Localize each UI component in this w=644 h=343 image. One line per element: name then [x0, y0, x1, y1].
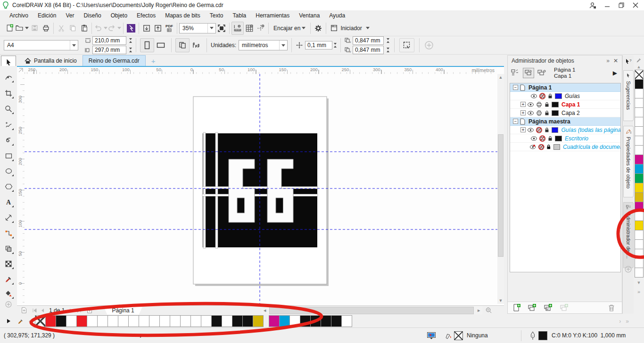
digit-6-second[interactable] [267, 159, 293, 222]
status-flyout-arrow[interactable] [140, 334, 143, 338]
search-content-button[interactable] [125, 22, 137, 34]
layer-manager-view-icon[interactable] [511, 69, 520, 77]
color-swatch[interactable] [635, 145, 644, 155]
previous-page-button[interactable] [41, 308, 44, 313]
nudge-spinner[interactable] [334, 43, 337, 48]
color-swatch[interactable] [635, 164, 644, 174]
color-swatch[interactable] [635, 220, 644, 230]
hscroll-right-arrow[interactable]: ► [476, 306, 482, 315]
color-swatch[interactable] [635, 107, 644, 117]
add-page-before-button[interactable] [21, 307, 27, 314]
color-swatch[interactable] [635, 268, 644, 278]
layer-color-chip[interactable] [553, 144, 560, 150]
page-height-field[interactable]: 297,0 mm [92, 46, 126, 54]
menu-herramientas[interactable]: Herramientas [251, 11, 294, 20]
tool-color-eyedropper[interactable] [3, 274, 14, 285]
current-page-layout-button[interactable] [190, 39, 203, 52]
layer-label[interactable]: Página 1 [528, 84, 552, 91]
duplicate-y-spinner[interactable] [387, 48, 389, 52]
tool-freehand[interactable] [3, 119, 14, 131]
layer-label[interactable]: Escritorio [565, 135, 588, 142]
menu-objeto[interactable]: Objeto [106, 11, 132, 20]
scroll-up-arrow[interactable]: ▲ [497, 74, 504, 81]
next-page-button[interactable] [69, 308, 73, 313]
layer-color-chip[interactable] [552, 110, 559, 116]
all-pages-layout-button[interactable] [175, 38, 190, 52]
menu-texto[interactable]: Texto [205, 11, 228, 20]
no-color-swatch[interactable] [635, 70, 644, 80]
visibility-eye-partial-icon[interactable] [529, 144, 536, 150]
palette-flyout-arrow[interactable] [7, 318, 11, 324]
canvas[interactable] [25, 74, 497, 304]
color-swatch[interactable] [222, 315, 232, 327]
color-swatch[interactable] [635, 230, 644, 240]
color-swatch[interactable] [76, 315, 87, 327]
color-swatch[interactable] [635, 249, 644, 259]
page-tab-pagina1[interactable]: Página 1 [103, 306, 142, 315]
visibility-eye-icon[interactable] [527, 127, 534, 133]
color-swatch[interactable] [635, 173, 644, 183]
layer-label[interactable]: Capa 2 [561, 110, 580, 116]
layer-label[interactable]: Cuadrícula de documen [563, 144, 620, 150]
color-swatch[interactable] [180, 315, 191, 327]
horizontal-scrollbar[interactable] [268, 306, 476, 315]
import-button[interactable] [141, 22, 152, 34]
toolbox-customize-button[interactable] [3, 299, 14, 310]
page-size-combo[interactable]: A4 [4, 40, 78, 50]
page-height-spinner[interactable] [129, 48, 132, 52]
cut-button[interactable] [56, 22, 67, 34]
first-page-button[interactable] [32, 308, 37, 313]
document-palette-eyedropper-icon[interactable] [17, 318, 24, 325]
lock-icon[interactable] [544, 101, 550, 107]
menu-archivo[interactable]: Archivo [5, 11, 33, 20]
redo-button[interactable] [107, 22, 121, 34]
docker-tab-sugerencias[interactable]: Sugerencias [623, 70, 634, 121]
vertical-scrollbar[interactable]: ▲ ▼ [497, 74, 504, 304]
minimize-button[interactable] [604, 2, 610, 8]
menu-mapas-de-bits[interactable]: Mapas de bits [160, 11, 205, 20]
tool-text[interactable]: A [3, 196, 14, 208]
tool-drop-shadow[interactable] [3, 243, 14, 254]
document-color-settings-icon[interactable] [427, 332, 436, 340]
tool-polygon[interactable] [3, 181, 14, 192]
layer-color-chip[interactable] [552, 102, 559, 107]
color-swatch[interactable] [253, 315, 264, 327]
lock-icon[interactable] [547, 135, 553, 141]
tree-row-guias-master[interactable]: + Guías (todas las página [510, 126, 620, 134]
color-swatch[interactable] [170, 315, 181, 327]
color-swatch[interactable] [635, 126, 644, 136]
nudge-distance-field[interactable]: 0,1 mm [305, 41, 332, 49]
maximize-button[interactable] [619, 2, 624, 8]
collapse-icon[interactable]: − [513, 119, 518, 124]
new-master-layer-button[interactable]: M [544, 303, 553, 312]
no-color-swatch[interactable] [35, 315, 46, 327]
show-object-properties-icon[interactable] [537, 69, 546, 77]
docker-tab-propiedades[interactable]: Propiedades de objeto [623, 126, 634, 197]
layer-label[interactable]: Capa 1 [561, 101, 580, 108]
color-swatch[interactable] [635, 117, 644, 127]
color-swatch[interactable] [635, 89, 644, 98]
horizontal-ruler[interactable]: milímetros 25020015010050050100150200250… [25, 67, 497, 74]
color-swatch[interactable] [635, 258, 644, 268]
color-swatch[interactable] [97, 315, 108, 327]
print-button[interactable] [40, 22, 51, 34]
fill-color-swatch[interactable] [538, 331, 547, 340]
close-button[interactable] [633, 2, 638, 8]
docker-flyout-arrow[interactable]: ▶ [613, 70, 617, 76]
tree-row-capa1[interactable]: + Capa 1 [510, 100, 620, 109]
undo-button[interactable] [94, 22, 107, 34]
tree-row-document-grid[interactable]: Cuadrícula de documen [510, 143, 620, 151]
color-swatch[interactable] [242, 315, 253, 327]
new-document-button[interactable] [4, 22, 15, 34]
duplicate-y-field[interactable]: 0,847 mm [353, 46, 384, 54]
color-swatch[interactable] [107, 315, 118, 327]
color-swatch[interactable] [300, 315, 311, 327]
lock-icon[interactable] [544, 127, 550, 133]
tool-dimension[interactable] [3, 212, 14, 223]
color-swatch[interactable] [139, 315, 149, 327]
color-swatch[interactable] [331, 315, 342, 327]
zoom-level-combo[interactable]: 35% [179, 23, 216, 33]
vertical-scroll-thumb[interactable] [498, 134, 504, 257]
color-swatch[interactable] [635, 183, 644, 193]
lock-icon[interactable] [544, 110, 550, 116]
